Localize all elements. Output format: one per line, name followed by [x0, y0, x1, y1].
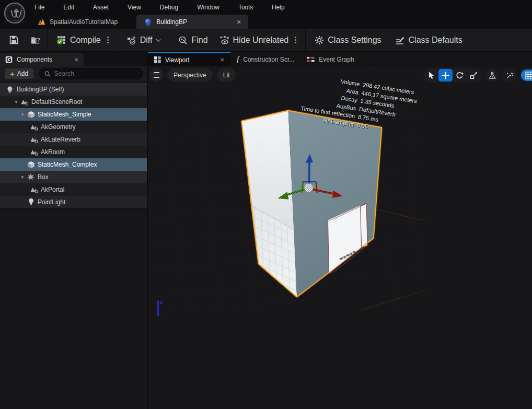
scene-component-icon: [29, 148, 39, 156]
cursor-icon: [428, 72, 435, 79]
scene-component-icon: [29, 135, 39, 144]
move-icon: [442, 72, 449, 79]
viewport-3d-scene[interactable]: z Volume298.42 cubic meters Area446.17 s…: [148, 66, 532, 409]
class-defaults-button[interactable]: Class Defaults: [392, 33, 466, 48]
lit-label: Lit: [223, 72, 230, 79]
tree-item-label: StaticMesh_Simple: [38, 111, 91, 118]
toolbar-separator: [47, 29, 48, 51]
scene-component-icon: [20, 98, 29, 106]
search-input[interactable]: [54, 70, 137, 77]
lit-mode-button[interactable]: Lit: [217, 68, 236, 81]
tree-item-akgeometry[interactable]: AkGeometry: [0, 121, 147, 133]
tree-item-defaultsceneroot[interactable]: ▼ DefaultSceneRoot: [0, 96, 147, 108]
graph-options-kebab-icon[interactable]: [295, 39, 296, 41]
tree-item-buildingbp-self[interactable]: BuildingBP (Self): [0, 83, 147, 96]
tab-components[interactable]: Components ×: [0, 53, 84, 66]
expander-arrow-icon[interactable]: ▼: [13, 100, 20, 104]
grid-icon: [525, 72, 532, 79]
close-icon[interactable]: ×: [74, 56, 78, 64]
compile-button[interactable]: Compile: [53, 32, 104, 48]
tree-item-akroom[interactable]: AkRoom: [0, 146, 147, 158]
z-axis-label: z: [160, 299, 163, 305]
viewport-icon: [154, 56, 161, 63]
close-icon[interactable]: ×: [237, 18, 241, 26]
blueprint-icon: [144, 18, 152, 26]
grid-snap-toggle[interactable]: [521, 69, 532, 81]
scene-component-icon: [29, 123, 39, 131]
menu-item-asset[interactable]: Asset: [91, 3, 111, 12]
select-tool-button[interactable]: [424, 69, 438, 81]
surface-snapping-button[interactable]: [503, 68, 516, 82]
compile-options-kebab-icon[interactable]: [107, 39, 109, 41]
expander-arrow-icon[interactable]: ▼: [19, 112, 26, 117]
component-search[interactable]: [39, 68, 143, 79]
viewport-tab-label: Viewport: [165, 56, 189, 64]
menu-item-file[interactable]: File: [32, 3, 47, 12]
menu-item-help[interactable]: Help: [270, 3, 287, 12]
expander-arrow-icon[interactable]: ▼: [19, 175, 26, 180]
tab-spatial-audio-tutorial-map[interactable]: SpatialAudioTutorialMap: [30, 15, 125, 29]
world-space-icon: [488, 72, 496, 79]
hide-unrelated-label: Hide Unrelated: [233, 36, 289, 45]
tab-construction-script[interactable]: f Construction Scr...: [230, 52, 300, 66]
event-graph-icon: [307, 56, 315, 63]
components-panel: Components × + Add: [0, 52, 148, 409]
diff-button[interactable]: Diff: [124, 33, 164, 48]
level-icon: [38, 18, 45, 25]
add-component-button[interactable]: + Add: [4, 68, 34, 79]
menu-item-debug[interactable]: Debug: [158, 3, 180, 12]
scale-tool-button[interactable]: [467, 69, 481, 81]
menu-item-window[interactable]: Window: [195, 3, 222, 12]
tree-item-label: AkPortal: [41, 186, 64, 193]
tree-item-staticmesh-simple[interactable]: ▼ StaticMesh_Simple: [0, 108, 147, 121]
menu-item-tools[interactable]: Tools: [236, 3, 255, 12]
tree-item-aklatereverb[interactable]: AkLateReverb: [0, 133, 147, 146]
diff-label: Diff: [140, 36, 153, 45]
gizmo-center-ball[interactable]: [304, 183, 313, 192]
menu-items: File Edit Asset View Debug Window Tools …: [32, 3, 287, 12]
tree-item-label: PointLight: [38, 198, 65, 206]
coordinate-space-button[interactable]: [485, 68, 499, 82]
close-icon[interactable]: ×: [220, 56, 224, 64]
static-mesh-icon: [26, 110, 36, 119]
perspective-button[interactable]: Perspective: [167, 68, 213, 81]
menu-item-edit[interactable]: Edit: [61, 3, 76, 12]
hide-unrelated-button[interactable]: Hide Unrelated: [216, 33, 292, 48]
asset-tab-label: BuildingBP: [156, 18, 187, 26]
toolbar-separator: [118, 29, 118, 51]
browse-asset-icon[interactable]: [31, 36, 41, 44]
save-icon[interactable]: [9, 36, 18, 44]
move-tool-button[interactable]: [438, 69, 453, 81]
tree-item-label: BuildingBP (Self): [17, 86, 64, 93]
menu-item-view[interactable]: View: [125, 3, 143, 12]
tree-item-akportal[interactable]: AkPortal: [0, 183, 147, 196]
tree-item-staticmesh-complex[interactable]: StaticMesh_Complex: [0, 158, 147, 171]
point-light-icon: [26, 198, 36, 206]
viewport-menu-button[interactable]: [150, 68, 163, 81]
chevron-down-icon: [156, 37, 160, 41]
rotate-tool-button[interactable]: [453, 69, 467, 81]
tree-item-label: AkRoom: [41, 148, 65, 156]
compile-icon: [56, 35, 66, 45]
static-mesh-icon: [26, 160, 36, 169]
find-button[interactable]: Find: [175, 33, 211, 48]
tree-item-pointlight[interactable]: PointLight: [0, 196, 147, 208]
event-graph-tab-label: Event Graph: [319, 56, 354, 63]
workspace: Components × + Add: [0, 52, 532, 409]
tree-item-box[interactable]: ▼ Box: [0, 171, 147, 183]
component-tree: BuildingBP (Self) ▼ DefaultSceneRoot ▼ S…: [0, 81, 147, 208]
tab-viewport[interactable]: Viewport ×: [148, 52, 230, 66]
class-settings-button[interactable]: Class Settings: [311, 33, 384, 48]
blueprint-self-icon: [5, 85, 15, 94]
hide-unrelated-icon: [219, 36, 229, 45]
blueprint-toolbar: Compile Diff Find: [0, 29, 532, 52]
function-icon: f: [237, 55, 239, 64]
find-icon: [178, 36, 188, 45]
viewport-panel: Viewport × f Construction Scr... Event G…: [148, 52, 532, 409]
tab-event-graph[interactable]: Event Graph: [300, 52, 360, 66]
construction-tab-label: Construction Scr...: [243, 56, 294, 63]
rotate-icon: [456, 72, 464, 79]
tab-buildingbp[interactable]: BuildingBP ×: [136, 15, 248, 29]
unreal-logo-icon[interactable]: [4, 2, 26, 24]
components-icon: [5, 56, 13, 63]
